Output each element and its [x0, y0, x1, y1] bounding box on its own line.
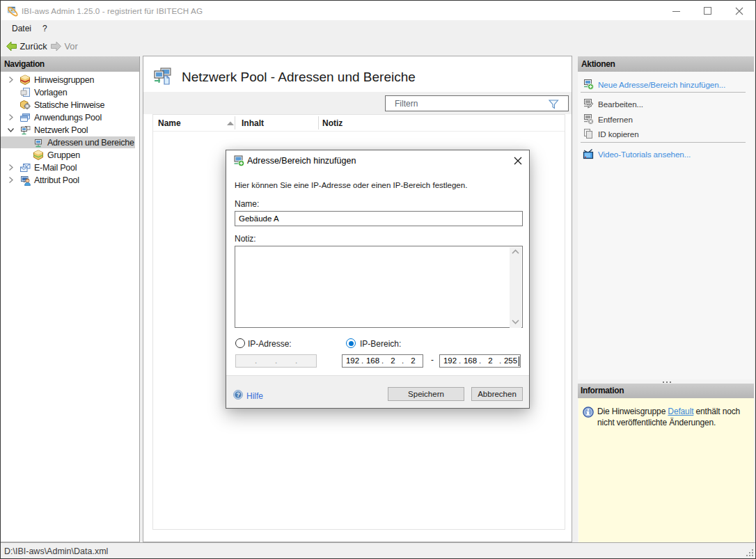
svg-text:?: ? [236, 391, 239, 398]
